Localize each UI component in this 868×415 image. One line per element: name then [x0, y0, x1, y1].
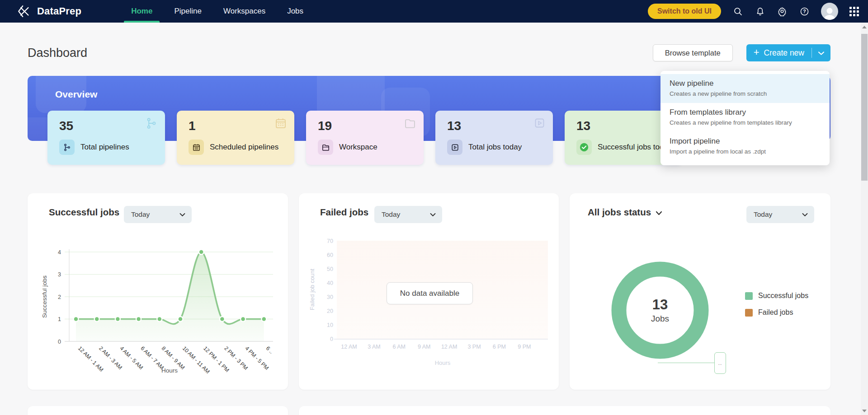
nav-item-pipeline[interactable]: Pipeline: [163, 0, 212, 23]
all-jobs-status-card: All jobs status Today 13 Jobs: [570, 193, 830, 390]
svg-text:6 PM: 6 PM: [493, 344, 506, 350]
svg-text:Hours: Hours: [161, 367, 178, 374]
create-new-chevron-icon[interactable]: [812, 50, 830, 56]
svg-text:9 AM: 9 AM: [418, 344, 431, 350]
svg-text:6 ..: 6 ..: [265, 345, 275, 355]
svg-text:30: 30: [327, 294, 333, 300]
svg-text:1: 1: [58, 316, 61, 322]
today-select[interactable]: Today: [374, 206, 442, 223]
switch-to-old-ui-button[interactable]: Switch to old UI: [648, 4, 721, 19]
chevron-down-icon: [430, 210, 436, 219]
stat-value: 13: [447, 119, 461, 133]
no-data-message: No data available: [387, 282, 473, 304]
browse-template-button[interactable]: Browse template: [653, 44, 733, 61]
stat-card-total-jobs-today: 13 Total jobs today: [435, 111, 553, 165]
successful-jobs-chart: 0123412 AM - 1 AM2 AM - 3 AM4 AM - 5 AM6…: [40, 238, 275, 390]
stat-label: Total jobs today: [468, 143, 522, 152]
settings-gear-icon[interactable]: [777, 6, 788, 17]
callout-box: ..: [714, 352, 726, 374]
main-nav: Home Pipeline Workspaces Jobs: [120, 0, 314, 23]
scrollbar-thumb[interactable]: [861, 34, 868, 181]
pipeline-branch-icon: [59, 140, 75, 155]
stat-card-scheduled-pipelines: 1 Scheduled pipelines: [177, 111, 294, 165]
stat-label: Total pipelines: [80, 143, 129, 152]
navbar-actions: Switch to old UI ?: [648, 3, 859, 20]
stat-card-workspace: 19 Workspace: [306, 111, 424, 165]
charts-row: Successful jobs Today 0123412 AM - 1 AM2…: [28, 193, 830, 390]
stat-value: 35: [59, 119, 73, 133]
scroll-up-arrow-icon[interactable]: [862, 26, 867, 28]
vertical-scrollbar[interactable]: [861, 23, 868, 415]
svg-text:0: 0: [330, 336, 333, 342]
successful-jobs-card: Successful jobs Today 0123412 AM - 1 AM2…: [28, 193, 288, 390]
svg-text:12 AM: 12 AM: [441, 344, 457, 350]
menu-item-import-pipeline[interactable]: Import pipeline Import a pipeline from l…: [660, 132, 830, 161]
brand: DataPrep: [17, 4, 81, 19]
nav-item-home[interactable]: Home: [120, 0, 163, 23]
create-new-button[interactable]: + Create new: [746, 44, 830, 61]
bottom-card-left: [28, 406, 288, 415]
help-icon[interactable]: ?: [799, 6, 810, 17]
chart-title: Failed jobs: [320, 207, 368, 218]
svg-text:3 PM: 3 PM: [467, 344, 481, 350]
svg-text:3: 3: [58, 271, 61, 278]
search-icon[interactable]: [732, 6, 743, 17]
stat-card-total-pipelines: 35 Total pipelines: [47, 111, 165, 165]
svg-text:12 AM: 12 AM: [341, 344, 357, 350]
plus-icon: +: [746, 47, 764, 59]
svg-text:Successful jobs: Successful jobs: [41, 275, 48, 318]
today-select[interactable]: Today: [746, 206, 814, 223]
svg-text:60: 60: [327, 252, 333, 258]
play-square-icon: [533, 117, 546, 131]
legend-swatch: [745, 309, 753, 317]
user-avatar[interactable]: [821, 3, 838, 20]
stat-label: Workspace: [339, 143, 377, 152]
scroll-down-arrow-icon[interactable]: [862, 410, 867, 412]
svg-text:6 AM: 6 AM: [393, 344, 406, 350]
svg-text:70: 70: [327, 238, 333, 244]
top-navbar: DataPrep Home Pipeline Workspaces Jobs S…: [0, 0, 868, 23]
page-title: Dashboard: [28, 46, 87, 60]
folder-icon: [318, 140, 333, 155]
menu-item-new-pipeline[interactable]: New pipeline Creates a new pipeline from…: [660, 74, 830, 103]
apps-grid-icon[interactable]: [849, 7, 859, 16]
legend-item-failed-jobs[interactable]: Failed jobs: [745, 308, 808, 317]
donut-chart: 13 Jobs: [611, 261, 709, 359]
chevron-down-icon: [179, 210, 185, 219]
svg-text:4: 4: [58, 249, 61, 256]
svg-text:10: 10: [327, 322, 333, 328]
calendar-icon: [189, 140, 204, 155]
nav-item-jobs[interactable]: Jobs: [276, 0, 314, 23]
stat-label: Scheduled pipelines: [210, 143, 278, 152]
legend-label: Successful jobs: [758, 292, 808, 300]
notifications-bell-icon[interactable]: [755, 6, 765, 17]
chart-title: Successful jobs: [49, 207, 119, 218]
callout-connector: [658, 363, 714, 363]
menu-item-from-templates-library[interactable]: From templates library Creates a new pip…: [660, 103, 830, 132]
brand-name: DataPrep: [37, 5, 81, 17]
pipeline-branch-icon: [145, 117, 158, 131]
svg-text:9 PM: 9 PM: [518, 344, 531, 350]
svg-text:Hours: Hours: [435, 359, 451, 366]
svg-text:?: ?: [803, 9, 806, 14]
legend-swatch: [745, 292, 753, 300]
svg-text:2: 2: [58, 294, 61, 300]
svg-text:0: 0: [58, 339, 61, 345]
legend-label: Failed jobs: [758, 308, 793, 317]
dataprep-logo-icon: [17, 4, 32, 19]
stats-row: 35 Total pipelines: [47, 111, 682, 165]
chart-legend: Successful jobs Failed jobs: [745, 292, 808, 317]
chevron-down-icon: [802, 210, 808, 219]
stat-value: 13: [576, 119, 590, 133]
calendar-icon: [274, 117, 287, 131]
folder-icon: [404, 117, 416, 131]
legend-item-successful-jobs[interactable]: Successful jobs: [745, 292, 808, 300]
svg-text:3 AM: 3 AM: [368, 344, 381, 350]
stat-value: 19: [318, 119, 332, 133]
today-select[interactable]: Today: [124, 206, 192, 223]
create-new-menu: New pipeline Creates a new pipeline from…: [660, 71, 830, 165]
bottom-card-right: [299, 406, 830, 415]
nav-item-workspaces[interactable]: Workspaces: [212, 0, 276, 23]
title-chevron-down-icon[interactable]: [656, 210, 662, 215]
play-square-icon: [447, 140, 462, 155]
